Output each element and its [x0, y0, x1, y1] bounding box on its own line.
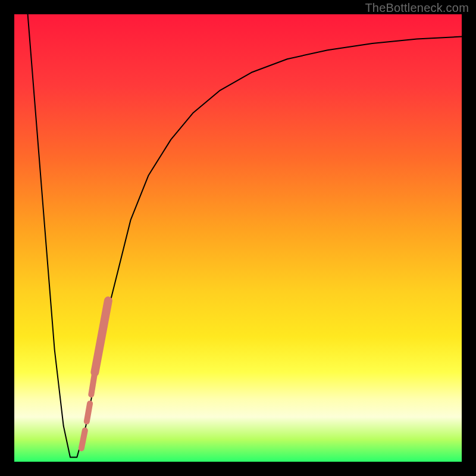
highlight-dash [87, 403, 90, 421]
watermark-label: TheBottleneck.com [365, 1, 469, 15]
plot-area [14, 14, 462, 462]
highlight-dash [82, 430, 85, 448]
highlight-dash [95, 300, 108, 372]
chart-frame: TheBottleneck.com [0, 0, 476, 476]
chart-svg [14, 14, 462, 462]
